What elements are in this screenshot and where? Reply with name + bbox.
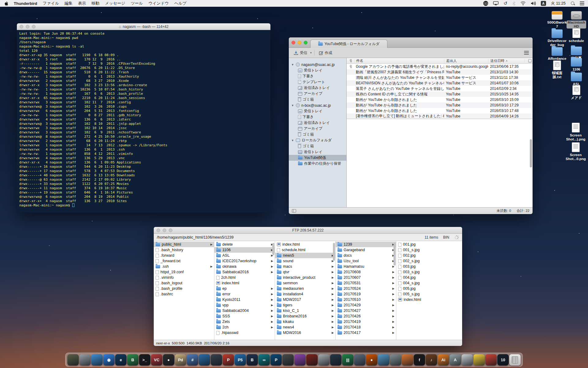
sidebar-folder-archive[interactable]: アーカイブ: [289, 91, 346, 97]
dock-app-icon-9[interactable]: ●: [163, 354, 174, 366]
ftp-item[interactable]: 20170524▶: [336, 286, 396, 291]
bluetooth-icon[interactable]: [512, 0, 515, 7]
ftp-titlebar[interactable]: FTP 209.54.57.222: [154, 227, 462, 234]
desktop-icon-txt[interactable]: schedule: [567, 28, 586, 43]
ftp-item[interactable]: index.html: [275, 242, 335, 247]
input-source-icon[interactable]: A: [541, 1, 546, 6]
terminal-titlebar[interactable]: ⌂ nagasm — -bash — 114×42: [17, 23, 270, 30]
time-machine-icon[interactable]: ↺: [503, 0, 507, 7]
ftp-item[interactable]: .htpasswd: [214, 330, 275, 335]
ftp-item[interactable]: 20170418▶: [336, 324, 396, 330]
ftp-item[interactable]: 20170419▶: [336, 319, 396, 324]
menu-item[interactable]: ツール: [131, 1, 143, 6]
sidebar-account[interactable]: ▼ローカルフォルダ: [289, 137, 346, 143]
desktop-icon-drive-ext[interactable]: 500GBwork 7: [548, 11, 567, 29]
airplay-icon[interactable]: [493, 0, 499, 7]
sidebar-folder-trash[interactable]: ゴミ箱: [289, 97, 346, 102]
ftp-item[interactable]: MDW2017▶: [275, 297, 335, 302]
ftp-item[interactable]: ep▶: [214, 286, 275, 291]
ftp-item[interactable]: public_html▶: [154, 242, 214, 247]
spotlight-icon[interactable]: [571, 0, 575, 7]
dock-app-icon-34[interactable]: [462, 354, 473, 366]
sidebar-folder-inbox[interactable]: 受信トレイ: [289, 67, 346, 73]
dock-app-icon-2[interactable]: [79, 354, 91, 366]
dock-app-icon-3[interactable]: [91, 354, 103, 366]
disclosure-triangle-icon[interactable]: ▼: [291, 63, 294, 66]
ftp-item[interactable]: 005.jpg: [396, 286, 462, 291]
ftp-item[interactable]: 20170608▶: [336, 269, 396, 275]
menu-item[interactable]: ファイル: [43, 1, 59, 6]
dock-app-icon-37[interactable]: 10: [497, 354, 509, 366]
menu-item[interactable]: ウインドウ: [149, 1, 169, 6]
ftp-item[interactable]: 20170519▶: [336, 291, 396, 297]
dock-app-icon-26[interactable]: ●: [366, 354, 377, 366]
compose-button[interactable]: 作成: [317, 49, 334, 56]
message-row[interactable]: 落晃子 さんがあなたの YouTube チャンネルを登録しま...YouTube…: [347, 86, 533, 91]
dock-app-icon-23[interactable]: [330, 354, 341, 366]
ftp-item[interactable]: 004_s.jpg: [396, 280, 462, 286]
ftp-item[interactable]: 20170426▶: [336, 313, 396, 319]
app-menu-icon[interactable]: [524, 51, 529, 55]
dock-app-icon-17[interactable]: ∞: [258, 354, 270, 366]
get-mail-dropdown[interactable]: ▾: [310, 51, 312, 54]
dock-app-icon-21[interactable]: [306, 354, 318, 366]
sidebar-folder-outbox[interactable]: 送信トレイ: [289, 149, 346, 155]
ftp-item[interactable]: 004.jpg: [396, 275, 462, 280]
menu-item[interactable]: メッセージ: [105, 1, 125, 6]
dock-app-icon-33[interactable]: A: [450, 354, 461, 366]
panel-toggle-icon[interactable]: [292, 209, 296, 213]
ftp-item[interactable]: Zets▶: [214, 319, 275, 324]
desktop-icon-folder[interactable]: ASL: [567, 71, 586, 86]
ftp-item[interactable]: 001_s.jpg: [396, 247, 462, 253]
ftp-item[interactable]: 001.jpg: [396, 242, 462, 247]
message-row[interactable]: 動画が YouTube から削除されましたYouTube2016/03/10 1…: [347, 97, 533, 102]
message-row[interactable]: 既存の Content ID の申し立てに関する情報YouTube2015/10…: [347, 91, 533, 97]
wifi-icon[interactable]: [520, 0, 526, 7]
menu-item[interactable]: ヘルプ: [174, 1, 187, 6]
dock-app-icon-20[interactable]: [294, 354, 306, 366]
ftp-item[interactable]: qtvr▶: [275, 269, 335, 275]
notification-center-icon[interactable]: [580, 0, 584, 7]
ftp-item[interactable]: 20170427▶: [336, 308, 396, 313]
ftp-item[interactable]: macs▶: [275, 264, 335, 269]
dock-app-icon-18[interactable]: P: [270, 354, 282, 366]
disclosure-triangle-icon[interactable]: ▼: [291, 104, 294, 107]
terminal-window-controls[interactable]: [20, 25, 36, 29]
message-row[interactable]: [著作権侵害の申し立て] 動画はミュートされました: &quo...YouTub…: [347, 113, 533, 119]
sidebar-folder-drafts[interactable]: 下書き: [289, 114, 346, 120]
ftp-item[interactable]: Sabbatical2004▶: [214, 308, 275, 313]
ftp-item[interactable]: 002.jpg: [396, 253, 462, 258]
sidebar-folder-sent[interactable]: 送信済みトレイ: [289, 120, 346, 126]
dock-app-icon-7[interactable]: >_: [139, 354, 150, 366]
ftp-item[interactable]: sound▶: [275, 258, 335, 264]
attachment-column-header[interactable]: [347, 59, 355, 63]
dock-app-icon-36[interactable]: [485, 354, 497, 366]
ftp-transfer-mode[interactable]: BIN: [443, 235, 449, 240]
sidebar-folder-archive[interactable]: アーカイブ: [289, 126, 346, 132]
menu-item[interactable]: 表示: [78, 1, 86, 6]
dock-app-icon-29[interactable]: [402, 354, 413, 366]
message-row[interactable]: 動画「碧風祭2007 大講義室 6期生ライヴ「Princess Re...You…: [347, 69, 533, 75]
ftp-item[interactable]: 1239▶: [336, 242, 396, 247]
zoom-button[interactable]: [32, 25, 36, 29]
sidebar-folder-sent[interactable]: 送信済みトレイ: [289, 85, 346, 91]
trash-icon[interactable]: [509, 354, 521, 366]
dock-app-icon-16[interactable]: B: [247, 354, 258, 366]
ftp-item[interactable]: 1106▶: [214, 247, 275, 253]
ftp-item[interactable]: Garageband▶: [336, 247, 396, 253]
ftp-item[interactable]: _forward.txt: [154, 258, 214, 264]
sender-column-header[interactable]: 差出人: [444, 59, 488, 63]
ftp-item[interactable]: index.html: [396, 297, 462, 302]
ftp-item[interactable]: news4▶: [275, 324, 335, 330]
dock-app-icon-28[interactable]: [390, 354, 401, 366]
menu-clock[interactable]: 火 11:25: [551, 0, 566, 7]
close-button[interactable]: [20, 25, 23, 29]
ftp-item[interactable]: Kyoto2011▶: [214, 297, 275, 302]
disclosure-triangle-icon[interactable]: ▼: [291, 139, 294, 142]
ftp-item[interactable]: mediasurien▶: [275, 286, 335, 291]
dock-app-icon-35[interactable]: [473, 354, 485, 366]
ftp-item[interactable]: 005_s.jpg: [396, 291, 462, 297]
sidebar-folder-inbox[interactable]: 受信トレイ: [289, 108, 346, 114]
ftp-item[interactable]: docs▶: [336, 253, 396, 258]
dock-app-icon-15[interactable]: P5: [235, 354, 246, 366]
